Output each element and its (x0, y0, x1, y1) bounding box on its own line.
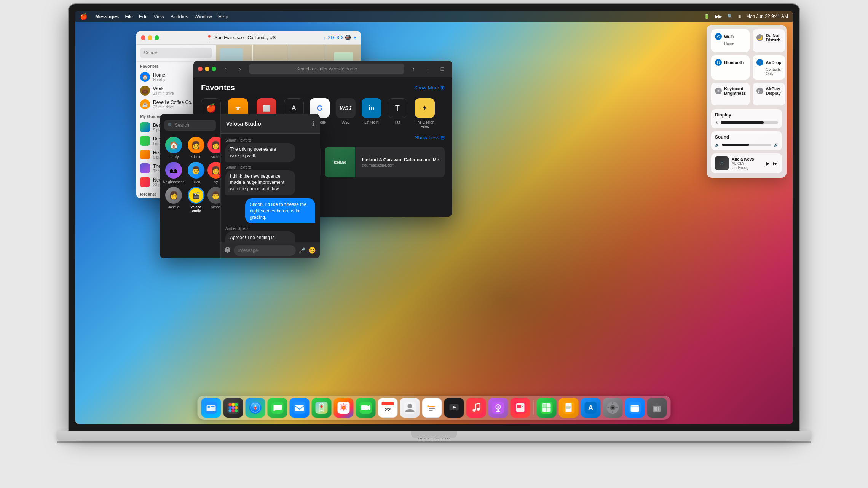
menu-view[interactable]: View (154, 14, 164, 19)
convo-input-placeholder: iMessage (238, 248, 258, 253)
dock-contacts[interactable] (400, 398, 420, 418)
search-icon[interactable]: 🔍 (727, 14, 733, 19)
airplay-label: AirPlayDisplay (766, 86, 780, 96)
safari-show-less[interactable]: Show Less ⊟ (415, 135, 445, 142)
notifications-icon[interactable]: ≡ (738, 14, 741, 19)
screen: 🍎 Messages File Edit View Buddies Window… (75, 11, 793, 424)
maps-add-btn[interactable]: + (353, 35, 356, 40)
menu-window[interactable]: Window (194, 14, 212, 19)
msg-contact-neighborhood[interactable]: 🏘 Neighborhood (163, 162, 185, 184)
cc-bluetooth-tile[interactable]: B Bluetooth (711, 55, 750, 80)
fav-tait[interactable]: T Tait (388, 98, 407, 129)
cc-airdrop-tile[interactable]: ↑ AirDrop Contacts Only (753, 55, 785, 80)
maps-maximize[interactable] (155, 35, 159, 40)
messages-search[interactable]: 🔍 Search (164, 120, 216, 131)
control-center: ⊙ Wi-Fi Home 🌙 Do NotDisturb (707, 25, 787, 178)
cc-wifi-tile[interactable]: ⊙ Wi-Fi Home (711, 29, 750, 52)
brightness-slider[interactable] (721, 121, 778, 124)
msg-avatar-amber: 👩 (207, 137, 220, 153)
cc-top-grid: ⊙ Wi-Fi Home 🌙 Do NotDisturb (711, 29, 782, 105)
msg-contact-janelle[interactable]: 👩 Janelle (163, 187, 185, 213)
safari-search-bar[interactable]: Search or enter website name (249, 64, 404, 74)
safari-hl-card-2[interactable]: Iceland Iceland A Caravan, Caterina and … (325, 147, 445, 177)
dock-podcasts[interactable] (488, 398, 508, 418)
safari-minimize[interactable] (205, 67, 209, 71)
dock-appstore[interactable]: A (581, 398, 601, 418)
skip-button[interactable]: ⏭ (773, 160, 778, 166)
dock-reminders[interactable] (422, 398, 442, 418)
dock-facetime[interactable] (356, 398, 376, 418)
safari-close[interactable] (198, 67, 203, 71)
dock-calendar[interactable]: 22 (378, 398, 398, 418)
msg-contact-family[interactable]: 🏠 Family (163, 137, 185, 159)
apple-menu-icon[interactable]: 🍎 (80, 13, 88, 20)
menu-app-name[interactable]: Messages (95, 14, 119, 19)
convo-emoji-picker-icon[interactable]: 😊 (308, 247, 316, 254)
dock-photos[interactable] (334, 398, 354, 418)
convo-input-field[interactable]: iMessage (234, 245, 296, 256)
maps-minimize[interactable] (148, 35, 152, 40)
svg-rect-86 (656, 403, 658, 405)
safari-sidebar[interactable]: □ (437, 64, 448, 74)
bluetooth-label: Bluetooth (724, 60, 744, 65)
dock-safari[interactable] (246, 398, 265, 418)
msg-contact-kevin[interactable]: 👨 Kevin (188, 162, 204, 184)
maps-transit-btn[interactable]: 🚇 (345, 35, 351, 40)
maps-search-input[interactable] (140, 48, 212, 58)
cc-keyboard-tile[interactable]: ☀ KeyboardBrightness (711, 83, 750, 105)
wifi-icon[interactable]: ▶▶ (715, 14, 722, 19)
msg-contact-kristen[interactable]: 👩 Kristen (188, 137, 204, 159)
fav-wsj[interactable]: WSJ WSJ (336, 98, 356, 129)
dock-launchpad[interactable] (223, 398, 243, 418)
dock-numbers[interactable] (537, 398, 557, 418)
menu-file[interactable]: File (125, 14, 133, 19)
dock-tv[interactable] (444, 398, 464, 418)
msg-contact-ivy[interactable]: 👩 ♥ Ivy (207, 162, 220, 184)
maps-share-icon[interactable]: ↑ (323, 35, 326, 40)
safari-show-more[interactable]: Show More ⊞ (414, 85, 445, 91)
safari-share[interactable]: ↑ (408, 64, 419, 74)
dock-maps[interactable] (312, 398, 332, 418)
cc-dnd-tile[interactable]: 🌙 Do NotDisturb (753, 29, 785, 52)
msg-contact-amber[interactable]: 👩 Amber (207, 137, 220, 159)
dock-systemprefs[interactable] (603, 398, 623, 418)
cc-airplay-tile[interactable]: ▷ AirPlayDisplay (753, 83, 785, 105)
safari-maximize[interactable] (212, 67, 216, 71)
convo-emoji-btn[interactable]: 🅐 (225, 247, 231, 254)
maps-2d-btn[interactable]: 2D (328, 35, 334, 40)
maps-3d-btn[interactable]: 3D (337, 35, 343, 40)
maps-toolbar: ↑ 2D 3D 🚇 + (323, 35, 356, 40)
msg-1-bubble: The driving scenes are working well. (225, 143, 295, 162)
volume-high-icon: 🔊 (774, 143, 778, 147)
convo-info-icon[interactable]: ℹ (312, 120, 314, 127)
fav-linkedin[interactable]: in LinkedIn (362, 98, 381, 129)
volume-slider[interactable] (722, 144, 771, 146)
convo-audio-icon[interactable]: 🎤 (299, 247, 305, 254)
dock-music[interactable] (466, 398, 486, 418)
msg-label-neighborhood: Neighborhood (163, 180, 185, 184)
dock-mail[interactable] (290, 398, 310, 418)
msg-contact-simon[interactable]: 👨 Simon (207, 187, 220, 213)
msg-2: Simon Pickford I think the new sequence … (225, 165, 315, 195)
safari-new-tab[interactable]: + (423, 64, 433, 74)
dock-news[interactable] (511, 398, 530, 418)
menu-edit[interactable]: Edit (139, 14, 147, 19)
dock-messages[interactable] (268, 398, 287, 418)
dock-finder[interactable] (201, 398, 221, 418)
safari-toolbar: ‹ › Search or enter website name ↑ + □ (193, 61, 452, 77)
msg-contact-velosa[interactable]: 🎬 Velosa Studio (188, 187, 204, 213)
clock: Mon Jun 22 9:41 AM (746, 14, 788, 19)
play-button[interactable]: ▶ (766, 160, 770, 166)
safari-forward[interactable]: › (235, 64, 245, 74)
dock-trash[interactable] (647, 398, 667, 418)
fav-design[interactable]: ✦ The Design Files (413, 98, 436, 129)
svg-rect-58 (517, 410, 523, 410)
svg-point-12 (229, 409, 232, 412)
safari-back[interactable]: ‹ (220, 64, 231, 74)
menu-buddies[interactable]: Buddies (170, 14, 188, 19)
dock-pages[interactable] (559, 398, 579, 418)
menu-help[interactable]: Help (218, 14, 228, 19)
now-playing-row: 🎵 Alicia Keys ALICIA · Underdog ▶ ⏭ (715, 156, 778, 170)
maps-close[interactable] (141, 35, 145, 40)
dock-files[interactable] (625, 398, 645, 418)
